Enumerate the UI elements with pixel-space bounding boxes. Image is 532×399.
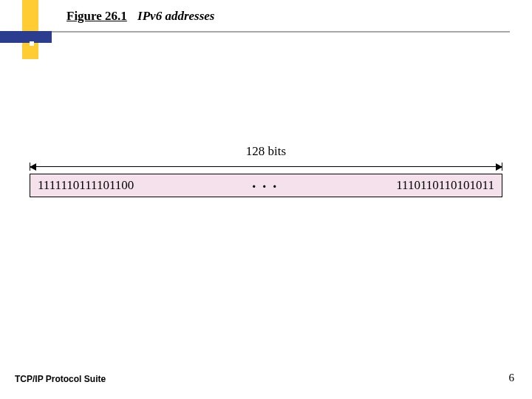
footer-text: TCP/IP Protocol Suite — [15, 374, 106, 384]
title-underline — [52, 31, 510, 33]
span-arrow-icon — [30, 162, 502, 172]
ipv6-address-diagram: 128 bits 1111110111101100 . . . 11101101… — [30, 144, 502, 197]
slide-decoration — [0, 0, 66, 66]
figure-title: Figure 26.1 IPv6 addresses — [66, 9, 214, 24]
address-box: 1111110111101100 . . . 1110110110101011 — [30, 174, 502, 197]
figure-caption: IPv6 addresses — [137, 9, 214, 23]
figure-number: Figure 26.1 — [66, 9, 127, 23]
address-left-bits: 1111110111101100 — [38, 178, 134, 193]
page-number: 6 — [509, 372, 515, 384]
address-right-bits: 1110110110101011 — [396, 178, 494, 193]
bit-width-label: 128 bits — [30, 144, 502, 159]
